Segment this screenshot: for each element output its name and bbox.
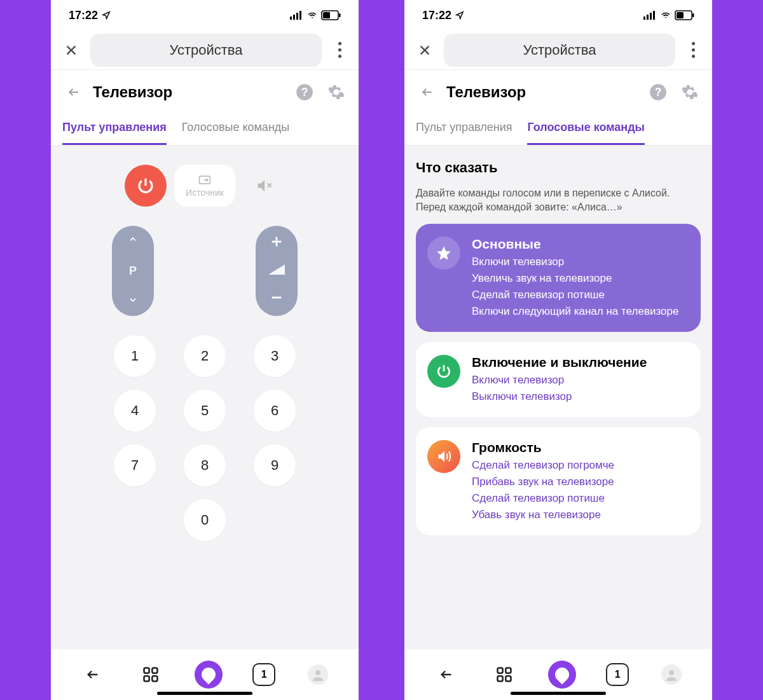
search-field[interactable]: Устройства: [444, 34, 675, 67]
svg-rect-13: [152, 676, 157, 681]
status-bar: 17:22: [404, 0, 712, 31]
numpad: 1 2 3 4 5 6 7 8 9 0: [114, 335, 296, 541]
channel-down-button[interactable]: [126, 296, 140, 307]
svg-rect-26: [497, 676, 502, 681]
svg-rect-24: [497, 668, 502, 673]
nav-tabs-count: 1: [261, 669, 267, 680]
channel-up-button[interactable]: [126, 235, 140, 246]
volume-down-button[interactable]: [270, 291, 284, 307]
volume-up-button[interactable]: [270, 235, 284, 251]
digit-2[interactable]: 2: [184, 335, 226, 377]
nav-apps-button[interactable]: [137, 661, 165, 689]
signal-icon: [290, 11, 303, 20]
bottom-nav: 1: [404, 649, 712, 700]
star-icon: [427, 237, 460, 270]
svg-rect-20: [692, 13, 694, 17]
svg-rect-3: [299, 11, 301, 20]
nav-apps-button[interactable]: [490, 661, 518, 689]
close-button[interactable]: [58, 38, 84, 63]
nav-tabs-button[interactable]: 1: [252, 663, 275, 686]
nav-back-button[interactable]: [432, 661, 460, 689]
overflow-menu-button[interactable]: [328, 42, 351, 58]
phone-left: 17:22 Устройства Телевизор ?: [51, 0, 359, 700]
home-indicator[interactable]: [157, 692, 252, 695]
phone-right: 17:22 Устройства Телевизор ?: [404, 0, 712, 700]
overflow-menu-button[interactable]: [682, 42, 705, 58]
voice-description: Давайте команды голосом или в переписке …: [416, 186, 701, 214]
nav-back-button[interactable]: [79, 661, 107, 689]
settings-button[interactable]: [679, 81, 701, 103]
digit-3[interactable]: 3: [254, 335, 296, 377]
digit-4[interactable]: 4: [114, 390, 156, 432]
title-row: Телевизор ?: [404, 70, 712, 114]
nav-alice-button[interactable]: [195, 661, 223, 689]
gear-icon: [681, 83, 699, 101]
tab-voice[interactable]: Голосовые команды: [182, 114, 289, 145]
voice-command: Включи телевизор: [472, 256, 689, 268]
digit-7[interactable]: 7: [114, 444, 156, 486]
voice-card-main[interactable]: Основные Включи телевизор Увеличь звук н…: [416, 224, 701, 332]
nav-alice-button[interactable]: [548, 661, 576, 689]
mute-button[interactable]: [243, 165, 285, 207]
status-time: 17:22: [69, 9, 98, 22]
voice-command: Выключи телевизор: [472, 390, 689, 403]
close-button[interactable]: [412, 38, 437, 63]
tab-remote[interactable]: Пульт управления: [62, 114, 167, 145]
help-button[interactable]: ?: [294, 81, 315, 103]
svg-rect-15: [643, 17, 645, 20]
grid-icon: [142, 666, 160, 683]
volume-icon: [427, 440, 460, 473]
help-button[interactable]: ?: [647, 81, 669, 103]
voice-command: Сделай телевизор потише: [472, 492, 689, 505]
voice-command: Сделай телевизор потише: [472, 289, 689, 301]
top-row: Устройства: [51, 31, 359, 70]
voice-command: Включи следующий канал на телевизоре: [472, 305, 689, 318]
wifi-icon: [660, 11, 671, 20]
back-button[interactable]: [416, 81, 439, 104]
svg-rect-0: [290, 17, 292, 20]
channel-rocker: P: [112, 226, 154, 316]
chevron-down-icon: [126, 296, 140, 305]
bottom-nav: 1: [51, 649, 359, 700]
nav-tabs-button[interactable]: 1: [606, 663, 629, 686]
avatar-icon: [310, 667, 326, 682]
tab-remote[interactable]: Пульт управления: [416, 114, 512, 145]
volume-icon: [268, 264, 285, 278]
remote-panel: Источник P 1 2 3 4 5 6 7: [51, 146, 359, 649]
status-time: 17:22: [422, 9, 451, 22]
search-field-label: Устройства: [523, 42, 596, 58]
nav-profile-button[interactable]: [659, 662, 684, 687]
settings-button[interactable]: [326, 81, 347, 103]
digit-8[interactable]: 8: [184, 444, 226, 486]
battery-icon: [675, 11, 694, 20]
svg-rect-10: [144, 668, 149, 673]
svg-rect-2: [296, 13, 298, 20]
power-button[interactable]: [125, 165, 167, 207]
digit-0[interactable]: 0: [184, 499, 226, 541]
power-icon: [136, 176, 155, 195]
svg-rect-16: [647, 15, 649, 20]
svg-text:?: ?: [301, 86, 308, 99]
digit-9[interactable]: 9: [254, 444, 296, 486]
mute-icon: [255, 177, 273, 195]
page-title: Телевизор: [446, 83, 640, 101]
search-field[interactable]: Устройства: [90, 34, 322, 67]
voice-command: Увеличь звук на телевизоре: [472, 272, 689, 285]
grid-icon: [495, 666, 513, 683]
tab-voice[interactable]: Голосовые команды: [527, 114, 645, 145]
location-icon: [455, 11, 464, 20]
status-bar: 17:22: [51, 0, 359, 31]
voice-card-volume[interactable]: Громкость Сделай телевизор погромче Приб…: [416, 427, 701, 535]
digit-1[interactable]: 1: [114, 335, 156, 377]
nav-profile-button[interactable]: [305, 662, 331, 687]
back-button[interactable]: [62, 81, 85, 104]
input-icon: [196, 174, 213, 186]
digit-6[interactable]: 6: [254, 390, 296, 432]
voice-command: Сделай телевизор погромче: [472, 459, 689, 472]
source-button[interactable]: Источник: [174, 165, 235, 207]
svg-rect-1: [293, 15, 295, 20]
home-indicator[interactable]: [511, 692, 606, 695]
search-field-label: Устройства: [169, 42, 242, 58]
voice-card-power[interactable]: Включение и выключение Включи телевизор …: [416, 342, 701, 417]
digit-5[interactable]: 5: [184, 390, 226, 432]
